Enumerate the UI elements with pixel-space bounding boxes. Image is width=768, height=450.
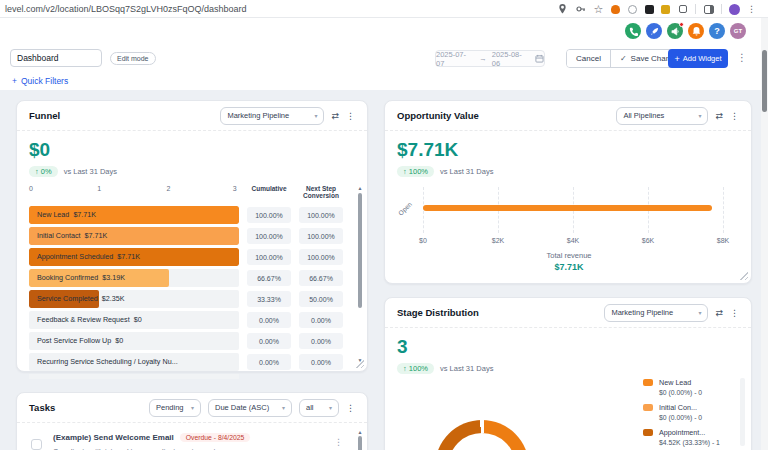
notification-dot [679,22,684,27]
opportunity-value-widget: Opportunity Value All Pipelines▾ ⇄ ⋮ $7.… [384,100,752,284]
funnel-row: Booking Confirmed $3.19K 66.67% 66.67% [29,269,343,287]
extension-icon-4[interactable] [661,5,670,14]
widget-menu-icon[interactable]: ⋮ [346,403,355,413]
app-header: ? GT [0,18,768,46]
tasks-scrollbar[interactable]: ▲ [357,429,363,450]
legend-scrollbar[interactable] [740,378,745,446]
funnel-row: Recurring Service Scheduling / Loyalty N… [29,353,343,371]
comparison-label: vs Last 31 Days [64,167,117,176]
password-key-icon[interactable] [575,4,586,15]
scroll-up-icon[interactable]: ▲ [357,185,363,191]
extension-icon-3[interactable] [645,5,654,14]
trend-badge: ↑ 100% [397,166,434,177]
extensions-puzzle-icon[interactable] [677,4,688,15]
funnel-total-value: $0 [29,139,117,161]
compare-icon[interactable]: ⇄ [715,308,723,318]
location-pin-icon[interactable] [557,4,568,15]
scrollbar-thumb[interactable] [358,436,362,450]
legend-item: New Lead$0 (0.00%) - 0 [643,378,739,396]
browser-menu-icon[interactable]: ⋮ [747,5,756,14]
cancel-button[interactable]: Cancel [567,50,610,67]
page-scrollbar-thumb[interactable] [762,50,767,112]
extension-icon-2[interactable] [627,4,638,15]
plus-icon: + [674,54,679,64]
widget-resize-handle[interactable] [739,271,748,280]
extension-icon-1[interactable] [611,5,620,14]
funnel-x-axis: 0 1 2 3 [29,185,239,203]
legend-swatch [643,379,653,386]
user-avatar[interactable]: GT [730,23,746,39]
rocket-icon[interactable] [646,23,662,39]
calendar-icon [535,54,544,63]
legend-swatch [643,404,653,411]
date-start: 2025-07-07 [436,50,474,68]
task-checkbox[interactable] [31,439,42,450]
bell-icon[interactable] [688,23,704,39]
x-tick: $4K [553,237,593,244]
toolbar-menu-icon[interactable]: ⋮ [737,52,747,63]
widget-menu-icon[interactable]: ⋮ [346,111,355,121]
page-scrollbar[interactable] [761,18,768,450]
quick-filters-link[interactable]: + Quick Filters [12,76,68,86]
url-text[interactable]: level.com/v2/location/LBOSqq7S2gLVH0zsFq… [5,4,246,14]
date-range-picker[interactable]: 2025-07-07 → 2025-08-06 [435,50,545,67]
widget-title: Stage Distribution [397,307,479,318]
opportunity-bar-chart: Open $0 $2K $4K $6K $8K Total revenue $7… [385,185,753,275]
compare-icon[interactable]: ⇄ [715,111,723,121]
pipeline-select[interactable]: Marketing Pipeline▾ [220,107,324,125]
chevron-down-icon: ▾ [329,404,332,411]
check-icon: ✓ [620,54,627,63]
widget-resize-handle[interactable] [355,359,364,368]
widget-menu-icon[interactable]: ⋮ [730,308,739,318]
funnel-row: Service Completed $2.35K 33.33% 50.00% [29,290,343,308]
widget-title: Funnel [29,110,60,121]
overdue-badge: Overdue - 8/4/2025 [180,433,251,442]
legend-item: Appointment...$4.52K (33.33%) - 1 [643,428,739,446]
compare-icon[interactable]: ⇄ [331,111,339,121]
funnel-row: Initial Contact $7.71K 100.00% 100.00% [29,227,343,245]
widget-title: Tasks [29,402,55,413]
column-header-next-step: Next Step Conversion [299,185,343,203]
add-widget-button[interactable]: + Add Widget [668,49,728,68]
task-sort-select[interactable]: Due Date (ASC)▾ [208,399,292,417]
pipeline-select[interactable]: All Pipelines▾ [616,107,708,125]
scrollbar-thumb[interactable] [358,193,362,308]
browser-address-bar[interactable]: level.com/v2/location/LBOSqq7S2gLVH0zsFq… [0,0,768,18]
screen: level.com/v2/location/LBOSqq7S2gLVH0zsFq… [0,0,768,450]
chevron-down-icon: ▾ [282,404,285,411]
task-assignee-select[interactable]: all▾ [299,399,339,417]
pipeline-select[interactable]: Marketing Pipeline▾ [604,304,708,322]
total-revenue-label: Total revenue [385,251,753,260]
bar-category-label: Open [397,200,413,216]
widget-menu-icon[interactable]: ⋮ [730,111,739,121]
comparison-label: vs Last 31 Days [440,167,493,176]
megaphone-icon[interactable] [667,23,683,39]
funnel-row: Feedback & Review Request $0 0.00% 0.00% [29,311,343,329]
stage-count-value: 3 [397,336,493,358]
side-panel-icon[interactable] [703,4,714,15]
bookmark-star-icon[interactable]: ☆ [593,4,604,15]
task-menu-icon[interactable]: ⋮ [334,437,343,447]
x-tick: $8K [703,237,743,244]
funnel-row-partial [29,374,343,379]
total-revenue-value: $7.71K [385,262,753,272]
column-header-cumulative: Cumulative [247,185,291,203]
scroll-up-icon[interactable]: ▲ [357,429,363,435]
arrow-right-icon: → [479,54,487,63]
funnel-scrollbar[interactable]: ▲ ▼ [357,185,363,363]
funnel-row: Appointment Scheduled $7.71K 100.00% 100… [29,248,343,266]
x-tick: $0 [403,237,443,244]
chevron-down-icon: ▾ [698,112,701,119]
widget-title: Opportunity Value [397,110,479,121]
tasks-widget: Tasks Pending▾ Due Date (ASC)▾ all▾ ⋮ (E… [16,392,368,450]
funnel-row: Post Service Follow Up $0 0.00% 0.00% [29,332,343,350]
browser-profile-avatar[interactable] [729,4,740,15]
task-status-select[interactable]: Pending▾ [149,399,201,417]
phone-icon[interactable] [625,23,641,39]
help-icon[interactable]: ? [709,23,725,39]
dashboard-name-input[interactable] [10,49,102,67]
trend-badge: ↑ 0% [29,166,58,177]
date-end: 2025-08-06 [492,50,530,68]
plus-icon: + [12,76,17,86]
edit-mode-badge: Edit mode [110,52,156,65]
